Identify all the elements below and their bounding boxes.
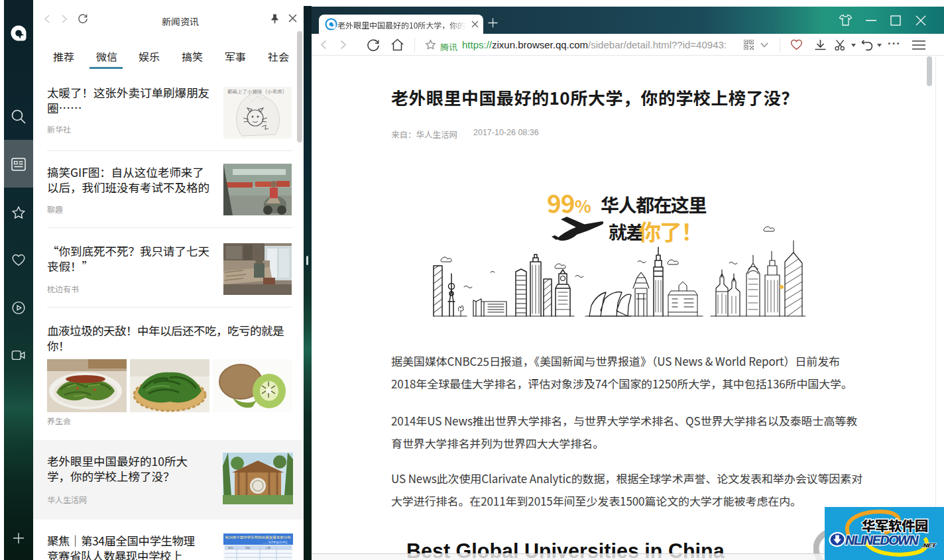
svg-text:地区: 地区 (245, 545, 251, 549)
svg-text:99%: 99% (547, 189, 591, 220)
svg-text:——和3年情况对比: ——和3年情况对比 (262, 540, 288, 545)
svg-text:华人都在这里: 华人都在这里 (601, 191, 707, 217)
svg-text:NLINEDOWN: NLINEDOWN (845, 533, 919, 547)
svg-text:人数: 人数 (265, 545, 271, 549)
svg-text:你了！: 你了！ (638, 215, 698, 247)
svg-text:.NET: .NET (921, 541, 937, 549)
svg-text:华军软件园: 华军软件园 (862, 515, 928, 535)
svg-text:省份: 省份 (228, 545, 233, 549)
